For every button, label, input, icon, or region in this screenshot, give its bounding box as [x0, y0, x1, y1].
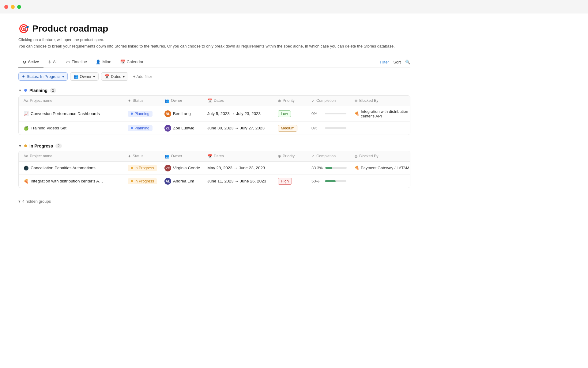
- cell-priority: Medium: [275, 122, 309, 135]
- col-project-name: Aa Project name: [21, 151, 125, 161]
- cell-blocked-by: 🍕 Payment Gateway / LATAM: [352, 163, 410, 173]
- inprogress-count-badge: 2: [55, 144, 62, 148]
- dates-filter-label: Dates: [111, 74, 121, 79]
- row3-icon: 🌑: [24, 166, 29, 171]
- col-dates-icon: 📅: [207, 98, 212, 103]
- filter-button[interactable]: Filter: [380, 60, 389, 64]
- col-blocked-icon: ⊗: [354, 154, 358, 159]
- col-owner: 👥 Owner: [162, 96, 205, 106]
- mine-tab-icon: 👤: [96, 59, 101, 64]
- group-planning-header[interactable]: ▼ Planning 2: [18, 88, 410, 93]
- blocked-icon: 🍕: [354, 166, 359, 170]
- cell-project-name: 🌑 Cancellation Penalties Automations: [21, 163, 125, 174]
- planning-table: Aa Project name ✦ Status 👥 Owner 📅 Dates…: [18, 95, 410, 135]
- tab-mine[interactable]: 👤 Mine: [91, 57, 115, 67]
- col-dates-icon: 📅: [207, 154, 212, 159]
- dates-value: May 28, 2023 → June 23, 2023: [207, 166, 265, 170]
- cell-dates: May 28, 2023 → June 23, 2023: [205, 163, 275, 173]
- planning-count-badge: 2: [50, 88, 56, 93]
- col-completion-icon: ✓: [311, 154, 315, 159]
- tab-calendar[interactable]: 📅 Calendar: [116, 57, 148, 67]
- dates-filter-icon: 📅: [104, 74, 109, 79]
- col-priority: ⊕ Priority: [275, 151, 309, 161]
- progress-pct: 33.3%: [311, 166, 323, 170]
- inprogress-chevron-icon: ▼: [18, 144, 22, 148]
- cell-status: Planning: [125, 122, 162, 134]
- avatar: ZL: [164, 125, 171, 132]
- timeline-tab-icon: ▭: [66, 59, 70, 64]
- col-priority: ⊕ Priority: [275, 96, 309, 106]
- col-priority-icon: ⊕: [278, 154, 281, 159]
- fullscreen-button[interactable]: [17, 5, 21, 9]
- add-filter-button[interactable]: + Add filter: [131, 73, 155, 80]
- status-filter-icon: ✦: [22, 74, 25, 79]
- cell-blocked-by: [352, 178, 410, 184]
- filter-status[interactable]: ✦ Status: In Progress ▾: [18, 72, 68, 81]
- filter-owner[interactable]: 👥 Owner ▾: [70, 72, 99, 81]
- col-completion: ✓ Completion: [309, 96, 352, 106]
- owner-filter-icon: 👥: [74, 74, 78, 79]
- search-button[interactable]: 🔍: [405, 59, 410, 64]
- planning-chevron-icon: ▼: [18, 89, 22, 92]
- cell-priority: High: [275, 175, 309, 188]
- sort-button[interactable]: Sort: [393, 60, 401, 64]
- col-status: ✦ Status: [125, 151, 162, 161]
- blocked-icon: 🍕: [354, 111, 359, 116]
- titlebar: [0, 0, 588, 13]
- priority-badge: Medium: [278, 125, 297, 132]
- progress-bar-bg: [325, 113, 346, 114]
- progress-bar-fill: [325, 180, 336, 182]
- tab-timeline[interactable]: ▭ Timeline: [62, 57, 92, 67]
- cell-dates: June 30, 2023 → July 27, 2023: [205, 123, 275, 133]
- progress-bar-bg: [325, 127, 346, 129]
- table-row[interactable]: 🍕 Integration with distribution center's…: [19, 175, 410, 188]
- hidden-groups-label: 4 hidden groups: [22, 199, 51, 204]
- cell-owner: ZL Zoe Ludwig: [162, 122, 205, 135]
- group-planning-label: Planning: [29, 88, 47, 93]
- progress-pct: 0%: [311, 126, 322, 130]
- table-row[interactable]: 🌑 Cancellation Penalties Automations In …: [19, 162, 410, 175]
- filter-bar: ✦ Status: In Progress ▾ 👥 Owner ▾ 📅 Date…: [18, 72, 410, 81]
- cell-project-name: 🍕 Integration with distribution center's…: [21, 176, 125, 187]
- avatar: VC: [164, 165, 171, 171]
- priority-badge: High: [278, 178, 292, 185]
- tab-bar: ⊙ Active ✳ All ▭ Timeline 👤 Mine 📅 Calen…: [18, 57, 410, 67]
- progress-cell: 0%: [311, 126, 346, 130]
- hidden-groups-toggle[interactable]: ▾ 4 hidden groups: [18, 197, 410, 206]
- col-completion-icon: ✓: [311, 98, 315, 103]
- chevron-down-icon: ▾: [62, 74, 64, 79]
- cell-blocked-by: 🍕 Integration with distribution center's…: [352, 106, 410, 121]
- planning-dot-icon: [24, 89, 27, 92]
- avatar: BL: [164, 110, 171, 117]
- owner-name: Andrea Lim: [173, 179, 194, 183]
- col-owner-icon: 👥: [164, 98, 169, 103]
- group-inprogress-header[interactable]: ▼ In Progress 2: [18, 144, 410, 148]
- progress-cell: 50%: [311, 179, 346, 183]
- cell-completion: 0%: [309, 108, 352, 119]
- active-tab-icon: ⊙: [23, 59, 26, 64]
- table-row[interactable]: 📈 Conversion Performance Dashboards Plan…: [19, 106, 410, 122]
- row2-name: Training Videos Set: [31, 126, 66, 130]
- blocked-name: Payment Gateway / LATAM: [361, 166, 409, 170]
- cell-priority: [275, 165, 309, 171]
- cell-completion: 33.3%: [309, 163, 352, 173]
- inprogress-badge-dot: [131, 180, 133, 182]
- col-project-icon: Aa: [24, 154, 28, 158]
- cell-dates: July 5, 2023 → July 23, 2023: [205, 108, 275, 119]
- col-blocked-icon: ⊗: [354, 98, 358, 103]
- close-button[interactable]: [4, 5, 8, 9]
- col-priority-icon: ⊕: [278, 98, 281, 103]
- col-project-icon: Aa: [24, 98, 28, 103]
- progress-cell: 33.3%: [311, 166, 347, 170]
- filter-dates[interactable]: 📅 Dates ▾: [101, 72, 128, 81]
- tab-all[interactable]: ✳ All: [43, 57, 62, 67]
- progress-bar-bg: [325, 167, 347, 169]
- col-dates: 📅 Dates: [205, 96, 275, 106]
- minimize-button[interactable]: [11, 5, 15, 9]
- cell-owner: AL Andrea Lim: [162, 175, 205, 188]
- row1-icon: 📈: [24, 111, 29, 116]
- planning-col-headers: Aa Project name ✦ Status 👥 Owner 📅 Dates…: [19, 96, 410, 106]
- inprogress-badge-dot: [131, 167, 133, 169]
- table-row[interactable]: 🍏 Training Videos Set Planning ZL Zoe Lu…: [19, 122, 410, 135]
- tab-active[interactable]: ⊙ Active: [18, 57, 43, 67]
